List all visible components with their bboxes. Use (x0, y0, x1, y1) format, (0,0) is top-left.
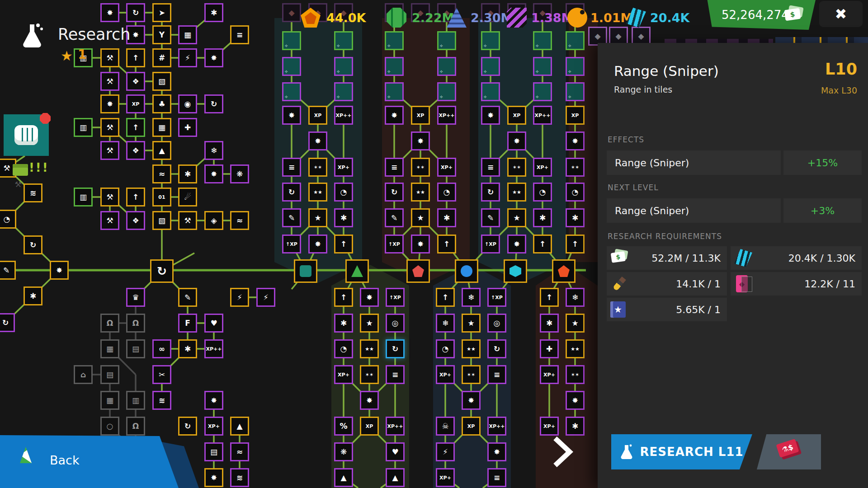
research-node[interactable]: ▲ (230, 417, 249, 436)
research-node[interactable]: ✸ (481, 106, 500, 125)
research-node[interactable]: 01 (152, 188, 171, 206)
research-node[interactable]: ≋ (152, 391, 171, 410)
research-node[interactable]: ❖ (126, 211, 145, 230)
research-node[interactable]: ✸ (411, 131, 430, 150)
research-node[interactable]: # (152, 48, 171, 67)
research-node[interactable]: ✶✶ (462, 365, 481, 384)
research-node[interactable]: ↑XP (386, 288, 405, 307)
milestone-node[interactable]: ↻ (150, 259, 174, 283)
research-node[interactable]: ✸ (204, 48, 223, 67)
research-node[interactable]: ★ (507, 208, 526, 227)
research-node[interactable] (385, 31, 404, 50)
research-node[interactable]: ✱ (566, 417, 585, 436)
research-node[interactable]: ↑ (436, 288, 455, 307)
research-node[interactable]: ▥ (126, 391, 145, 410)
research-node[interactable]: ◔ (533, 183, 552, 202)
research-node[interactable]: ⚡ (178, 48, 197, 67)
research-node[interactable]: ≡ (487, 468, 506, 487)
ticket-button[interactable]: ⚗$ (757, 434, 821, 469)
research-node[interactable]: ≈ (152, 164, 171, 183)
research-node[interactable]: ✸ (385, 106, 404, 125)
research-node[interactable]: ◔ (0, 210, 16, 229)
milestone-node[interactable] (455, 259, 478, 283)
research-node[interactable]: ▥ (74, 188, 93, 206)
research-node[interactable]: XP++ (386, 417, 405, 436)
research-node[interactable]: % (334, 417, 353, 436)
research-node[interactable]: XP (566, 106, 585, 125)
research-node[interactable] (533, 57, 552, 76)
research-node[interactable] (566, 82, 585, 101)
research-node[interactable]: Ω (126, 314, 145, 333)
research-node[interactable]: ✚ (178, 118, 197, 137)
research-node[interactable]: ✶✶ (411, 158, 430, 177)
research-node[interactable]: ✎ (481, 208, 500, 227)
research-node[interactable]: ★★ (566, 339, 585, 358)
research-node[interactable]: ✱ (533, 208, 552, 227)
research-node[interactable]: ✶✶ (566, 158, 585, 177)
research-node[interactable]: ✚ (540, 339, 559, 358)
research-node[interactable] (385, 82, 404, 101)
research-node[interactable]: ◔ (436, 339, 455, 358)
research-node[interactable]: ⚒ (100, 188, 119, 206)
research-node[interactable]: ✸ (566, 131, 585, 150)
research-node[interactable]: ❄ (566, 288, 585, 307)
research-node[interactable]: ★ (308, 208, 327, 227)
research-node[interactable]: XP (308, 106, 327, 125)
research-node[interactable] (533, 82, 552, 101)
research-node[interactable] (334, 31, 353, 50)
research-node[interactable]: ↑ (334, 288, 353, 307)
milestone-node[interactable] (552, 259, 576, 283)
research-node[interactable]: ✸ (360, 288, 379, 307)
research-node[interactable]: ↑ (566, 235, 585, 253)
research-node[interactable]: ▲ (152, 141, 171, 160)
research-node[interactable]: Y (152, 25, 171, 44)
research-node[interactable]: ✸ (100, 94, 119, 113)
research-node[interactable] (334, 57, 353, 76)
research-node[interactable]: ◉ (178, 94, 197, 113)
research-node[interactable]: ❄ (204, 141, 223, 160)
research-node[interactable]: XP++ (487, 417, 506, 436)
research-node[interactable]: ↑ (126, 48, 145, 67)
research-node[interactable]: ⚒ (100, 141, 119, 160)
research-node[interactable]: ✸ (507, 131, 526, 150)
research-node[interactable]: ≡ (481, 158, 500, 177)
research-node[interactable]: ★★ (308, 183, 327, 202)
research-node[interactable]: XP+ (334, 365, 353, 384)
milestone-node[interactable] (504, 259, 527, 283)
research-node[interactable]: ⚒ (100, 72, 119, 91)
research-node[interactable]: ▧ (152, 72, 171, 91)
research-node[interactable]: ◎ (487, 314, 506, 333)
research-node[interactable]: ❄ (462, 288, 481, 307)
research-node[interactable]: XP+ (334, 158, 353, 177)
research-node[interactable]: ∞ (152, 339, 171, 358)
research-node[interactable]: ⚒ (100, 48, 119, 67)
research-node[interactable]: XP+ (437, 158, 456, 177)
research-node[interactable]: ↑XP (385, 235, 404, 253)
research-node[interactable]: ✱ (540, 314, 559, 333)
research-node[interactable]: ✸ (487, 442, 506, 461)
research-node[interactable]: XP (462, 417, 481, 436)
research-node[interactable]: XP (360, 417, 379, 436)
research-node[interactable] (437, 57, 456, 76)
research-node[interactable]: ↻ (385, 183, 404, 202)
research-node[interactable]: ✸ (360, 391, 379, 410)
research-node[interactable]: ✸ (282, 106, 301, 125)
next-page-chevron[interactable] (551, 435, 574, 471)
research-node[interactable]: ⚒ (100, 118, 119, 137)
milestone-node[interactable] (406, 259, 430, 283)
research-node[interactable]: XP+ (540, 365, 559, 384)
research-node[interactable]: ✸ (308, 235, 327, 253)
research-node[interactable]: ★ (360, 314, 379, 333)
research-node[interactable]: ♥ (386, 442, 405, 461)
research-node[interactable]: ✱ (334, 208, 353, 227)
research-node[interactable]: ♛ (126, 288, 145, 307)
research-node[interactable]: ✱ (24, 286, 42, 305)
research-node[interactable]: ≡ (385, 158, 404, 177)
research-node[interactable]: ✸ (507, 235, 526, 253)
research-node[interactable]: ≋ (230, 468, 249, 487)
research-node[interactable]: F (178, 314, 197, 333)
research-node[interactable]: ✸ (204, 468, 223, 487)
research-button[interactable]: RESEARCH L11 (611, 434, 752, 469)
research-node[interactable]: ✱ (178, 339, 197, 358)
research-node[interactable]: ▤ (126, 339, 145, 358)
